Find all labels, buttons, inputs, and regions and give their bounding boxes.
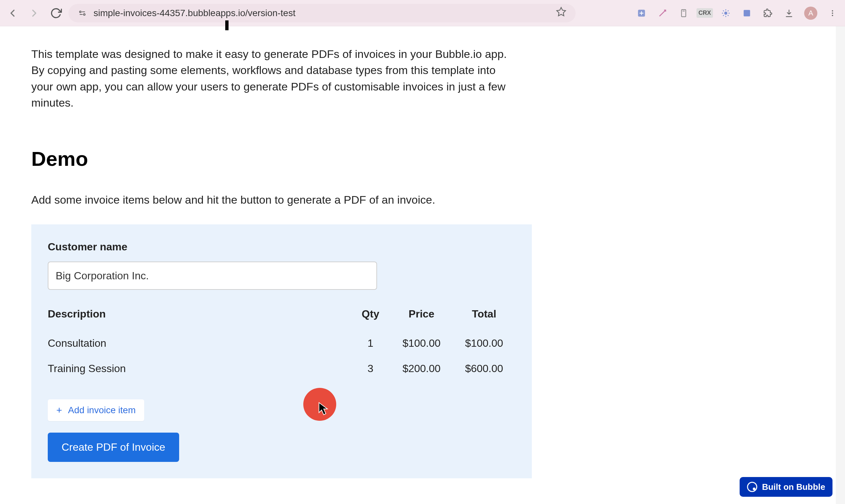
scrollbar[interactable] (836, 26, 845, 504)
header-price: Price (390, 308, 453, 320)
svg-point-0 (80, 11, 81, 13)
url-text: simple-invoices-44357.bubbleapps.io/vers… (93, 8, 549, 18)
extension-icon-1[interactable] (636, 7, 648, 19)
table-row[interactable]: Consultation 1 $100.00 $100.00 (48, 331, 515, 356)
table-row[interactable]: Training Session 3 $200.00 $600.00 (48, 356, 515, 381)
svg-line-14 (728, 15, 728, 16)
menu-icon[interactable] (827, 7, 839, 19)
address-bar[interactable]: simple-invoices-44357.bubbleapps.io/vers… (69, 4, 576, 22)
plus-icon: + (56, 404, 62, 416)
extension-icon-3[interactable] (678, 7, 690, 19)
svg-point-8 (724, 12, 727, 15)
avatar-letter: A (808, 9, 813, 17)
browser-chrome: simple-invoices-44357.bubbleapps.io/vers… (0, 0, 845, 26)
extension-icon-4[interactable] (720, 7, 732, 19)
create-pdf-button[interactable]: Create PDF of Invoice (48, 433, 179, 462)
site-settings-icon[interactable] (78, 8, 87, 18)
header-description: Description (48, 308, 351, 320)
cell-total: $100.00 (453, 337, 515, 349)
crx-label: CRX (696, 8, 713, 18)
demo-subtext: Add some invoice items below and hit the… (31, 194, 512, 206)
cell-price: $100.00 (390, 337, 453, 349)
bubble-badge-label: Built on Bubble (762, 482, 825, 492)
nav-buttons (6, 7, 62, 19)
toolbar-right-icons: CRX A (636, 6, 839, 20)
svg-point-22 (753, 488, 755, 490)
cell-qty: 1 (351, 337, 390, 349)
back-button[interactable] (6, 7, 18, 19)
cursor-arrow-icon (318, 402, 329, 417)
profile-avatar[interactable]: A (804, 6, 817, 20)
svg-point-19 (832, 13, 833, 14)
demo-heading: Demo (31, 147, 512, 170)
forward-button[interactable] (28, 7, 40, 19)
svg-point-2 (84, 14, 85, 15)
add-item-label: Add invoice item (68, 405, 136, 415)
extensions-puzzle-icon[interactable] (762, 7, 774, 19)
downloads-icon[interactable] (783, 7, 795, 19)
svg-point-21 (747, 482, 757, 491)
page-content: This template was designed to make it ea… (0, 26, 544, 498)
table-header: Description Qty Price Total (48, 308, 515, 320)
cell-total: $600.00 (453, 362, 515, 375)
reload-button[interactable] (50, 7, 62, 19)
cell-qty: 3 (351, 362, 390, 375)
svg-line-15 (723, 15, 724, 16)
cell-description: Training Session (48, 362, 351, 375)
crx-badge-icon[interactable]: CRX (699, 7, 711, 19)
svg-point-20 (832, 15, 833, 16)
svg-marker-4 (557, 7, 566, 16)
svg-rect-17 (744, 10, 750, 16)
add-invoice-item-button[interactable]: + Add invoice item (48, 399, 144, 421)
svg-line-13 (723, 10, 724, 11)
extension-icon-2[interactable] (657, 7, 669, 19)
customer-name-input[interactable] (48, 262, 377, 290)
header-total: Total (453, 308, 515, 320)
invoice-table: Description Qty Price Total Consultation… (48, 308, 515, 381)
svg-point-18 (832, 10, 833, 12)
bookmark-star-icon[interactable] (556, 6, 566, 20)
svg-rect-6 (682, 10, 686, 17)
header-qty: Qty (351, 308, 390, 320)
cell-price: $200.00 (390, 362, 453, 375)
cell-description: Consultation (48, 337, 351, 349)
svg-line-16 (728, 10, 728, 11)
built-on-bubble-badge[interactable]: Built on Bubble (740, 477, 832, 497)
customer-name-label: Customer name (48, 241, 515, 253)
bubble-logo-icon (747, 482, 757, 492)
extension-icon-5[interactable] (741, 7, 753, 19)
intro-paragraph: This template was designed to make it ea… (31, 46, 512, 111)
scroll-peek-element (225, 20, 228, 30)
invoice-card: Customer name Description Qty Price Tota… (31, 224, 532, 478)
